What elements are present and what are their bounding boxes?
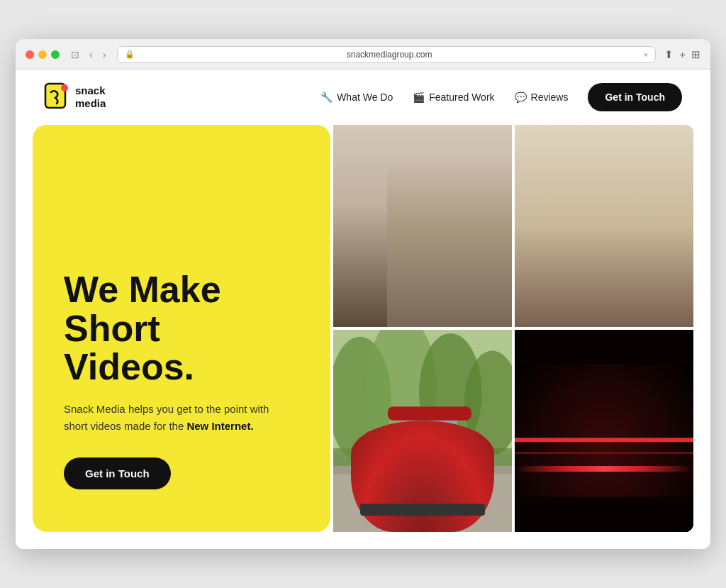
hero-heading-line2: Short Videos. [64, 308, 194, 388]
address-bar[interactable]: 🔒 snackmediagroup.com × [117, 46, 656, 63]
hero-image-vehicle [333, 330, 512, 532]
svg-rect-47 [333, 470, 512, 532]
svg-rect-18 [419, 236, 440, 250]
svg-rect-48 [333, 466, 512, 475]
svg-point-58 [368, 465, 407, 504]
hero-heading-line1: We Make [64, 269, 221, 310]
svg-point-39 [551, 138, 559, 147]
svg-rect-4 [381, 145, 401, 173]
svg-rect-10 [333, 278, 512, 327]
maximize-window-button[interactable] [51, 50, 60, 59]
lock-icon: 🔒 [125, 50, 135, 59]
window-controls [26, 50, 60, 59]
grid-button[interactable]: ⊞ [691, 48, 700, 61]
svg-rect-11 [339, 267, 395, 288]
svg-rect-9 [437, 181, 457, 209]
svg-rect-29 [515, 181, 693, 189]
person-scene-svg [333, 125, 512, 327]
logo[interactable]: snack media [44, 82, 106, 112]
nav-featured-work[interactable]: 🎬 Featured Work [413, 91, 494, 103]
url-text: snackmediagroup.com [139, 50, 639, 60]
svg-point-19 [419, 210, 426, 218]
svg-rect-3 [374, 139, 471, 279]
svg-rect-31 [583, 145, 593, 271]
svg-rect-69 [515, 330, 693, 365]
svg-rect-17 [402, 236, 458, 306]
svg-rect-7 [381, 181, 401, 209]
vehicle-scene-svg [333, 330, 512, 532]
hero-image-dark [515, 330, 693, 532]
svg-point-15 [410, 193, 449, 238]
svg-point-40 [600, 138, 608, 147]
hero-section: We Make Short Videos. Snack Media helps … [16, 125, 710, 549]
svg-rect-8 [408, 181, 429, 209]
svg-point-20 [433, 210, 440, 218]
svg-point-61 [438, 465, 477, 504]
hero-heading: We Make Short Videos. [64, 270, 299, 387]
svg-point-41 [649, 138, 657, 147]
nav-link-label: What We Do [337, 91, 393, 103]
sidebar-toggle-button[interactable]: ⊡ [68, 48, 82, 62]
svg-point-13 [342, 283, 357, 297]
svg-rect-33 [677, 145, 687, 271]
svg-point-62 [445, 472, 469, 497]
nav-get-in-touch-button[interactable]: Get in Touch [588, 83, 682, 111]
svg-rect-49 [363, 431, 481, 480]
svg-point-53 [381, 448, 401, 462]
logo-text: snack media [75, 84, 106, 110]
nav-links: 🔧 What We Do 🎬 Featured Work 💬 Reviews G… [320, 83, 682, 111]
svg-rect-70 [515, 497, 693, 532]
svg-rect-6 [437, 145, 457, 173]
new-tab-button[interactable]: + [679, 48, 686, 60]
hero-image-person [333, 125, 512, 327]
nav-what-we-do[interactable]: 🔧 What We Do [320, 91, 393, 103]
svg-point-55 [444, 448, 464, 462]
tab-close-icon[interactable]: × [644, 50, 648, 59]
nav-link-label: Featured Work [429, 91, 494, 103]
hero-get-in-touch-button[interactable]: Get in Touch [64, 457, 171, 489]
svg-rect-57 [360, 466, 486, 475]
svg-rect-52 [388, 406, 471, 421]
svg-rect-27 [515, 145, 693, 154]
close-window-button[interactable] [26, 50, 34, 59]
svg-rect-37 [535, 247, 591, 267]
hero-left-panel: We Make Short Videos. Snack Media helps … [33, 125, 330, 532]
navigation: snack media 🔧 What We Do 🎬 Featured Work… [16, 70, 710, 125]
svg-point-63 [452, 479, 463, 490]
film-icon: 🎬 [413, 91, 425, 103]
share-button[interactable]: ⬆ [664, 48, 674, 61]
svg-rect-36 [674, 156, 688, 218]
browser-chrome: ⊡ ‹ › 🔒 snackmediagroup.com × ⬆ + ⊞ [16, 39, 710, 70]
svg-rect-38 [597, 240, 632, 267]
svg-rect-5 [408, 145, 429, 173]
forward-button[interactable]: › [100, 48, 109, 62]
svg-rect-12 [346, 261, 384, 275]
svg-rect-34 [649, 152, 688, 222]
svg-point-14 [377, 283, 391, 297]
hero-subtext: Snack Media helps you get to the point w… [64, 401, 277, 435]
svg-rect-67 [515, 438, 693, 442]
dark-scene-svg [515, 330, 693, 532]
svg-point-54 [384, 450, 398, 460]
svg-point-16 [411, 186, 447, 213]
browser-window: ⊡ ‹ › 🔒 snackmediagroup.com × ⬆ + ⊞ [16, 39, 710, 549]
svg-point-60 [382, 479, 393, 490]
interior-scene-svg [515, 125, 693, 327]
svg-rect-28 [515, 163, 693, 172]
svg-point-1 [61, 84, 68, 91]
svg-rect-30 [535, 145, 544, 271]
site-content: snack media 🔧 What We Do 🎬 Featured Work… [16, 70, 710, 549]
browser-nav-buttons: ⊡ ‹ › [68, 48, 108, 62]
nav-reviews[interactable]: 💬 Reviews [515, 91, 569, 103]
svg-rect-32 [632, 145, 642, 271]
svg-rect-22 [515, 250, 693, 327]
hero-image-interior [515, 125, 693, 327]
svg-rect-2 [333, 125, 512, 327]
svg-rect-35 [657, 156, 671, 218]
svg-rect-68 [515, 452, 693, 454]
minimize-window-button[interactable] [38, 50, 47, 59]
back-button[interactable]: ‹ [86, 48, 96, 62]
svg-point-56 [447, 450, 461, 460]
chat-icon: 💬 [515, 91, 527, 103]
browser-actions-right: ⬆ + ⊞ [664, 48, 700, 61]
